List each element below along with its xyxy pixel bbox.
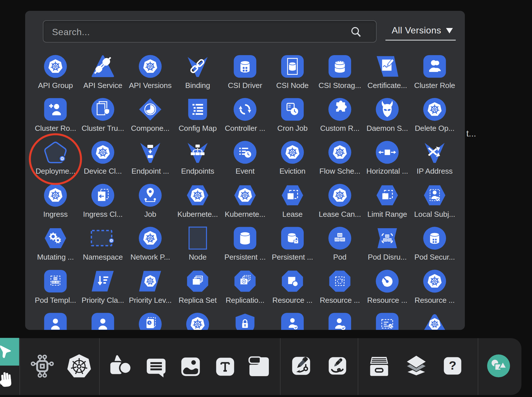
svg-text:Resource ...: Resource ... (367, 296, 407, 304)
svg-text:Cluster Role: Cluster Role (414, 81, 455, 90)
svg-text:Persistent ...: Persistent ... (272, 253, 313, 261)
svg-text:Mutating ...: Mutating ... (37, 253, 74, 261)
svg-text:Endpoint ...: Endpoint ... (131, 167, 169, 175)
svg-text:Deployme...: Deployme... (35, 167, 75, 175)
svg-text:Cron Job: Cron Job (277, 124, 308, 133)
svg-text:Priority Cla...: Priority Cla... (82, 296, 124, 304)
svg-text:CSI Node: CSI Node (276, 81, 309, 90)
svg-text:Priority Lev...: Priority Lev... (129, 296, 172, 304)
svg-text:Lease: Lease (282, 210, 303, 218)
svg-text:Pod Disru...: Pod Disru... (368, 253, 407, 261)
svg-text:Flow Sche...: Flow Sche... (319, 167, 360, 175)
svg-text:Job: Job (144, 210, 156, 218)
svg-text:Cluster Tru...: Cluster Tru... (81, 124, 124, 133)
svg-text:Daemon S...: Daemon S... (367, 124, 408, 133)
svg-text:Kubernete...: Kubernete... (177, 210, 218, 218)
svg-text:Replica Set: Replica Set (179, 296, 217, 304)
svg-text:Ingress Cl...: Ingress Cl... (83, 210, 123, 218)
svg-text:API Versions: API Versions (129, 81, 171, 90)
svg-text:Device Cl...: Device Cl... (84, 167, 122, 175)
svg-text:Event: Event (235, 167, 255, 175)
svg-text:Kubernete...: Kubernete... (225, 210, 265, 218)
svg-text:Resource ...: Resource ... (272, 296, 312, 304)
svg-text:Persistent ...: Persistent ... (224, 253, 265, 261)
svg-text:Certificate...: Certificate... (367, 81, 407, 90)
svg-text:Controller ...: Controller ... (225, 124, 265, 133)
svg-text:Endpoints: Endpoints (181, 167, 214, 175)
svg-text:Delete Op...: Delete Op... (415, 124, 455, 133)
svg-text:Config Map: Config Map (179, 124, 217, 133)
svg-text:Namespace: Namespace (83, 253, 123, 261)
svg-text:Resource ...: Resource ... (415, 296, 455, 304)
svg-text:Limit Range: Limit Range (367, 210, 407, 218)
svg-text:Network P...: Network P... (131, 253, 170, 261)
svg-text:Lease Can...: Lease Can... (319, 210, 361, 218)
svg-text:Pod Templ...: Pod Templ... (35, 296, 76, 304)
svg-text:API Group: API Group (38, 81, 73, 90)
svg-text:?: ? (449, 358, 456, 372)
svg-text:Node: Node (189, 253, 207, 261)
svg-text:Ingress: Ingress (43, 210, 68, 218)
svg-text:Pod Secur...: Pod Secur... (414, 253, 455, 261)
svg-text:Compone...: Compone... (131, 124, 169, 133)
svg-text:IP Address: IP Address (417, 167, 453, 175)
svg-text:CSI Storag...: CSI Storag... (319, 81, 361, 90)
svg-text:Binding: Binding (185, 81, 210, 90)
svg-text:Pod: Pod (333, 253, 347, 261)
svg-text:Local Subj...: Local Subj... (414, 210, 455, 218)
svg-text:CSI Driver: CSI Driver (228, 81, 262, 90)
svg-text:Eviction: Eviction (279, 167, 305, 175)
svg-text:API Service: API Service (83, 81, 122, 90)
svg-text:Horizontal ...: Horizontal ... (366, 167, 408, 175)
svg-text:Replicatio...: Replicatio... (226, 296, 265, 304)
svg-text:Custom R...: Custom R... (320, 124, 360, 133)
svg-text:Cluster Ro...: Cluster Ro... (35, 124, 76, 133)
svg-text:Resource ...: Resource ... (320, 296, 360, 304)
